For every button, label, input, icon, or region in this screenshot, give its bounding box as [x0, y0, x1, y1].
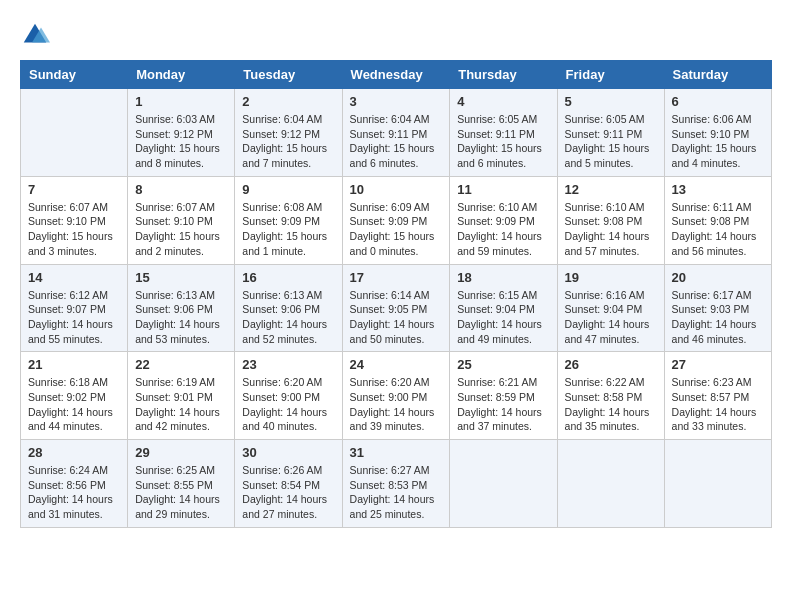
day-number: 28 — [28, 445, 120, 460]
calendar-cell: 13Sunrise: 6:11 AMSunset: 9:08 PMDayligh… — [664, 176, 771, 264]
day-of-week-header: Wednesday — [342, 61, 450, 89]
calendar-cell: 1Sunrise: 6:03 AMSunset: 9:12 PMDaylight… — [128, 89, 235, 177]
day-number: 10 — [350, 182, 443, 197]
calendar-week-row: 14Sunrise: 6:12 AMSunset: 9:07 PMDayligh… — [21, 264, 772, 352]
day-number: 29 — [135, 445, 227, 460]
day-of-week-header: Friday — [557, 61, 664, 89]
day-number: 21 — [28, 357, 120, 372]
calendar-cell: 18Sunrise: 6:15 AMSunset: 9:04 PMDayligh… — [450, 264, 557, 352]
calendar-cell: 25Sunrise: 6:21 AMSunset: 8:59 PMDayligh… — [450, 352, 557, 440]
days-header-row: SundayMondayTuesdayWednesdayThursdayFrid… — [21, 61, 772, 89]
day-info: Sunrise: 6:20 AMSunset: 9:00 PMDaylight:… — [242, 375, 334, 434]
day-info: Sunrise: 6:23 AMSunset: 8:57 PMDaylight:… — [672, 375, 764, 434]
day-of-week-header: Sunday — [21, 61, 128, 89]
day-info: Sunrise: 6:18 AMSunset: 9:02 PMDaylight:… — [28, 375, 120, 434]
calendar-cell: 3Sunrise: 6:04 AMSunset: 9:11 PMDaylight… — [342, 89, 450, 177]
calendar-cell: 20Sunrise: 6:17 AMSunset: 9:03 PMDayligh… — [664, 264, 771, 352]
day-of-week-header: Monday — [128, 61, 235, 89]
day-info: Sunrise: 6:13 AMSunset: 9:06 PMDaylight:… — [242, 288, 334, 347]
day-info: Sunrise: 6:10 AMSunset: 9:09 PMDaylight:… — [457, 200, 549, 259]
day-info: Sunrise: 6:10 AMSunset: 9:08 PMDaylight:… — [565, 200, 657, 259]
day-number: 20 — [672, 270, 764, 285]
day-number: 6 — [672, 94, 764, 109]
day-info: Sunrise: 6:15 AMSunset: 9:04 PMDaylight:… — [457, 288, 549, 347]
day-info: Sunrise: 6:19 AMSunset: 9:01 PMDaylight:… — [135, 375, 227, 434]
day-number: 2 — [242, 94, 334, 109]
day-number: 17 — [350, 270, 443, 285]
day-info: Sunrise: 6:04 AMSunset: 9:12 PMDaylight:… — [242, 112, 334, 171]
calendar-table: SundayMondayTuesdayWednesdayThursdayFrid… — [20, 60, 772, 528]
day-info: Sunrise: 6:07 AMSunset: 9:10 PMDaylight:… — [28, 200, 120, 259]
day-number: 25 — [457, 357, 549, 372]
day-info: Sunrise: 6:07 AMSunset: 9:10 PMDaylight:… — [135, 200, 227, 259]
calendar-cell: 19Sunrise: 6:16 AMSunset: 9:04 PMDayligh… — [557, 264, 664, 352]
day-number: 30 — [242, 445, 334, 460]
day-info: Sunrise: 6:04 AMSunset: 9:11 PMDaylight:… — [350, 112, 443, 171]
calendar-cell — [450, 440, 557, 528]
calendar-cell: 14Sunrise: 6:12 AMSunset: 9:07 PMDayligh… — [21, 264, 128, 352]
logo — [20, 20, 54, 50]
day-number: 13 — [672, 182, 764, 197]
calendar-week-row: 7Sunrise: 6:07 AMSunset: 9:10 PMDaylight… — [21, 176, 772, 264]
day-info: Sunrise: 6:26 AMSunset: 8:54 PMDaylight:… — [242, 463, 334, 522]
day-number: 14 — [28, 270, 120, 285]
day-number: 8 — [135, 182, 227, 197]
calendar-cell: 16Sunrise: 6:13 AMSunset: 9:06 PMDayligh… — [235, 264, 342, 352]
calendar-cell: 2Sunrise: 6:04 AMSunset: 9:12 PMDaylight… — [235, 89, 342, 177]
day-number: 27 — [672, 357, 764, 372]
day-info: Sunrise: 6:11 AMSunset: 9:08 PMDaylight:… — [672, 200, 764, 259]
calendar-cell: 12Sunrise: 6:10 AMSunset: 9:08 PMDayligh… — [557, 176, 664, 264]
day-info: Sunrise: 6:21 AMSunset: 8:59 PMDaylight:… — [457, 375, 549, 434]
calendar-cell: 17Sunrise: 6:14 AMSunset: 9:05 PMDayligh… — [342, 264, 450, 352]
day-of-week-header: Thursday — [450, 61, 557, 89]
day-info: Sunrise: 6:22 AMSunset: 8:58 PMDaylight:… — [565, 375, 657, 434]
calendar-cell: 31Sunrise: 6:27 AMSunset: 8:53 PMDayligh… — [342, 440, 450, 528]
calendar-cell: 9Sunrise: 6:08 AMSunset: 9:09 PMDaylight… — [235, 176, 342, 264]
day-info: Sunrise: 6:03 AMSunset: 9:12 PMDaylight:… — [135, 112, 227, 171]
calendar-cell: 7Sunrise: 6:07 AMSunset: 9:10 PMDaylight… — [21, 176, 128, 264]
day-number: 3 — [350, 94, 443, 109]
day-number: 16 — [242, 270, 334, 285]
calendar-cell — [557, 440, 664, 528]
calendar-cell: 15Sunrise: 6:13 AMSunset: 9:06 PMDayligh… — [128, 264, 235, 352]
day-info: Sunrise: 6:05 AMSunset: 9:11 PMDaylight:… — [565, 112, 657, 171]
day-info: Sunrise: 6:25 AMSunset: 8:55 PMDaylight:… — [135, 463, 227, 522]
day-number: 18 — [457, 270, 549, 285]
day-number: 12 — [565, 182, 657, 197]
calendar-cell: 4Sunrise: 6:05 AMSunset: 9:11 PMDaylight… — [450, 89, 557, 177]
day-number: 11 — [457, 182, 549, 197]
day-number: 26 — [565, 357, 657, 372]
calendar-cell: 24Sunrise: 6:20 AMSunset: 9:00 PMDayligh… — [342, 352, 450, 440]
day-number: 19 — [565, 270, 657, 285]
day-info: Sunrise: 6:05 AMSunset: 9:11 PMDaylight:… — [457, 112, 549, 171]
day-info: Sunrise: 6:27 AMSunset: 8:53 PMDaylight:… — [350, 463, 443, 522]
calendar-cell: 23Sunrise: 6:20 AMSunset: 9:00 PMDayligh… — [235, 352, 342, 440]
day-number: 7 — [28, 182, 120, 197]
calendar-cell: 10Sunrise: 6:09 AMSunset: 9:09 PMDayligh… — [342, 176, 450, 264]
calendar-cell: 5Sunrise: 6:05 AMSunset: 9:11 PMDaylight… — [557, 89, 664, 177]
day-info: Sunrise: 6:06 AMSunset: 9:10 PMDaylight:… — [672, 112, 764, 171]
logo-icon — [20, 20, 50, 50]
calendar-week-row: 28Sunrise: 6:24 AMSunset: 8:56 PMDayligh… — [21, 440, 772, 528]
day-info: Sunrise: 6:08 AMSunset: 9:09 PMDaylight:… — [242, 200, 334, 259]
calendar-cell: 8Sunrise: 6:07 AMSunset: 9:10 PMDaylight… — [128, 176, 235, 264]
day-info: Sunrise: 6:17 AMSunset: 9:03 PMDaylight:… — [672, 288, 764, 347]
calendar-cell: 22Sunrise: 6:19 AMSunset: 9:01 PMDayligh… — [128, 352, 235, 440]
day-number: 9 — [242, 182, 334, 197]
day-info: Sunrise: 6:13 AMSunset: 9:06 PMDaylight:… — [135, 288, 227, 347]
day-number: 22 — [135, 357, 227, 372]
calendar-week-row: 1Sunrise: 6:03 AMSunset: 9:12 PMDaylight… — [21, 89, 772, 177]
calendar-cell: 29Sunrise: 6:25 AMSunset: 8:55 PMDayligh… — [128, 440, 235, 528]
calendar-cell: 6Sunrise: 6:06 AMSunset: 9:10 PMDaylight… — [664, 89, 771, 177]
calendar-cell: 21Sunrise: 6:18 AMSunset: 9:02 PMDayligh… — [21, 352, 128, 440]
calendar-cell — [21, 89, 128, 177]
day-info: Sunrise: 6:20 AMSunset: 9:00 PMDaylight:… — [350, 375, 443, 434]
calendar-cell: 11Sunrise: 6:10 AMSunset: 9:09 PMDayligh… — [450, 176, 557, 264]
day-info: Sunrise: 6:16 AMSunset: 9:04 PMDaylight:… — [565, 288, 657, 347]
day-info: Sunrise: 6:24 AMSunset: 8:56 PMDaylight:… — [28, 463, 120, 522]
calendar-cell: 27Sunrise: 6:23 AMSunset: 8:57 PMDayligh… — [664, 352, 771, 440]
day-number: 24 — [350, 357, 443, 372]
calendar-cell: 28Sunrise: 6:24 AMSunset: 8:56 PMDayligh… — [21, 440, 128, 528]
day-number: 1 — [135, 94, 227, 109]
day-info: Sunrise: 6:12 AMSunset: 9:07 PMDaylight:… — [28, 288, 120, 347]
